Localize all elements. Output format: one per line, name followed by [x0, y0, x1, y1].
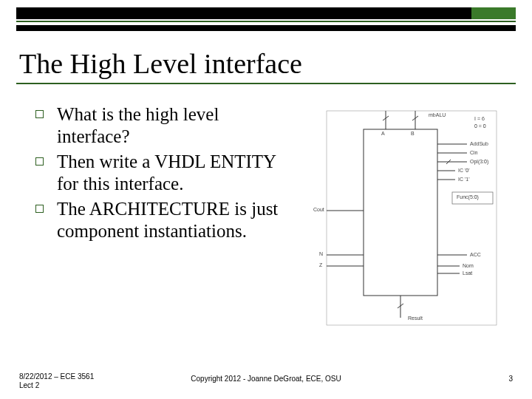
slide-title: The High Level interface — [19, 47, 302, 80]
block-diagram: mbALU A B I = 6 0 = 0 AddSub Cin Opl(3:0… — [312, 107, 511, 329]
diagram-title: mbALU — [429, 112, 446, 117]
diagram-label: I = 6 — [474, 116, 485, 121]
bullet-text: What is the high level interface? — [57, 103, 287, 148]
diagram-port: AddSub — [470, 141, 488, 146]
band-black — [16, 7, 516, 19]
bullet-text: The ARCHITECTURE is just component insta… — [57, 198, 287, 242]
list-item: What is the high level interface? — [35, 103, 287, 148]
diagram-port: Result — [408, 316, 423, 321]
header-band — [16, 7, 516, 34]
bullet-icon — [35, 157, 44, 166]
diagram-port: A — [381, 131, 385, 136]
diagram-port: Z — [319, 262, 322, 267]
diagram-port: ACC — [470, 252, 481, 257]
bullet-text: Then write a VHDL ENTITY for this interf… — [57, 151, 287, 195]
diagram-port: Lsat — [463, 270, 472, 276]
bullet-icon — [35, 110, 44, 118]
diagram-port: N — [319, 251, 323, 256]
diagram-port: IC '0' — [458, 168, 470, 173]
band-accent — [471, 7, 516, 19]
title-underline — [16, 83, 516, 84]
diagram-port: IC '1' — [458, 177, 470, 182]
diagram-port: Cin — [470, 150, 478, 155]
diagram-port: Opl(3:0) — [470, 159, 488, 164]
footer-copyright: Copyright 2012 - Joanne DeGroat, ECE, OS… — [19, 375, 513, 383]
list-item: Then write a VHDL ENTITY for this interf… — [35, 151, 287, 195]
diagram-port: B — [411, 131, 415, 136]
bullet-list: What is the high level interface? Then w… — [35, 103, 287, 245]
bullet-icon — [35, 205, 44, 213]
diagram-port: Nom — [463, 263, 474, 268]
diagram-svg — [312, 107, 511, 329]
band-rule-thin — [16, 21, 516, 22]
band-rule-thick — [16, 25, 516, 31]
page-number: 3 — [508, 375, 513, 383]
diagram-port: Func(5:0) — [457, 194, 479, 200]
svg-rect-1 — [364, 129, 437, 296]
list-item: The ARCHITECTURE is just component insta… — [35, 198, 287, 242]
diagram-label: 0 = 0 — [474, 123, 486, 129]
diagram-port: Cout — [313, 207, 324, 212]
